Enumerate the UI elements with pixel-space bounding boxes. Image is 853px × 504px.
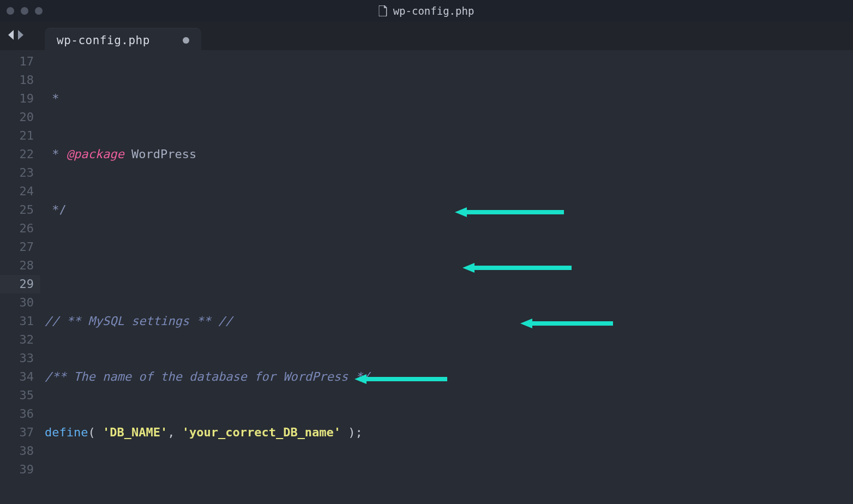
line-number: 25 <box>0 201 34 219</box>
string: 'DB_NAME' <box>103 425 167 439</box>
tab-bar: wp-config.php <box>0 22 853 50</box>
code-text: * <box>45 147 67 161</box>
string: 'your_correct_DB_name' <box>182 425 341 439</box>
annotation-arrow-icon <box>355 336 447 341</box>
code-editor[interactable]: 1718192021222324252627282930313233343536… <box>0 50 853 504</box>
line-number: 24 <box>0 182 34 201</box>
file-icon <box>379 5 388 16</box>
line-number: 20 <box>0 108 34 127</box>
line-number: 21 <box>0 127 34 145</box>
line-number: 19 <box>0 89 34 108</box>
back-button[interactable] <box>7 28 15 44</box>
comment: /** The name of the database for WordPre… <box>45 370 370 383</box>
line-number-gutter: 1718192021222324252627282930313233343536… <box>0 52 40 504</box>
punct: , <box>167 425 182 439</box>
comment: // ** MySQL settings ** // <box>45 314 232 328</box>
line-number: 31 <box>0 312 34 331</box>
close-window-button[interactable] <box>7 7 14 15</box>
annotation-arrow-icon <box>455 169 564 175</box>
line-number: 34 <box>0 368 34 386</box>
line-number: 28 <box>0 256 34 275</box>
line-number: 27 <box>0 238 34 256</box>
window-title-bar: wp-config.php <box>0 0 853 22</box>
line-number: 35 <box>0 386 34 405</box>
code-text: * <box>45 92 59 105</box>
tab-label: wp-config.php <box>57 34 150 47</box>
line-number: 39 <box>0 460 34 479</box>
line-number: 18 <box>0 71 34 89</box>
minimize-window-button[interactable] <box>21 7 28 15</box>
annotation-arrow-icon <box>462 225 572 230</box>
fn-name: define <box>45 425 88 439</box>
punct: ( <box>88 425 103 439</box>
line-number: 17 <box>0 52 34 71</box>
code-text: WordPress <box>124 147 196 161</box>
window-title-text: wp-config.php <box>393 5 474 17</box>
annotation-arrow-icon <box>520 280 613 286</box>
line-number: 38 <box>0 442 34 460</box>
line-number: 26 <box>0 219 34 238</box>
line-number: 36 <box>0 405 34 423</box>
line-number: 22 <box>0 145 34 164</box>
unsaved-indicator-icon <box>183 37 189 44</box>
line-number: 29 <box>0 275 40 293</box>
maximize-window-button[interactable] <box>35 7 43 15</box>
code-text: */ <box>45 203 67 217</box>
line-number: 32 <box>0 331 34 349</box>
line-number: 23 <box>0 164 34 182</box>
doc-tag: @package <box>67 147 124 161</box>
line-number: 33 <box>0 349 34 368</box>
forward-button[interactable] <box>16 28 25 44</box>
editor-tab[interactable]: wp-config.php <box>45 28 201 51</box>
code-area[interactable]: * * @package WordPress */ // ** MySQL se… <box>40 52 853 504</box>
punct: ); <box>341 425 363 439</box>
line-number: 30 <box>0 293 34 312</box>
history-nav <box>7 28 25 44</box>
line-number: 37 <box>0 423 34 442</box>
window-controls <box>7 7 43 15</box>
window-title: wp-config.php <box>379 5 474 17</box>
